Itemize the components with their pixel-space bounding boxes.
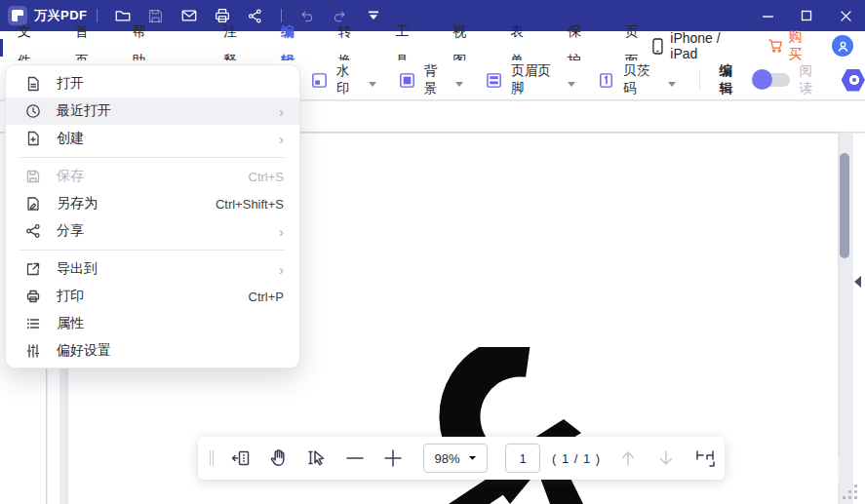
- chevron-down-icon: [468, 455, 477, 461]
- toggle-knob[interactable]: [752, 69, 772, 90]
- faint-watermark: [775, 453, 840, 486]
- menu-item-share[interactable]: 分享 ›: [6, 217, 299, 245]
- background-icon: [398, 71, 416, 90]
- person-icon: [837, 40, 849, 53]
- document-icon: [25, 76, 42, 92]
- hand-tool-icon[interactable]: [268, 447, 290, 469]
- chevron-down-icon[interactable]: [668, 82, 676, 87]
- menu-shortcut: Ctrl+S: [249, 170, 284, 184]
- document-logo-glyph: [419, 347, 644, 504]
- background-label: 背景: [424, 62, 447, 97]
- buy-button[interactable]: 购买: [767, 28, 816, 63]
- hexagon-badge-icon[interactable]: [842, 69, 865, 92]
- mode-switch-group: 编辑 阅读: [719, 62, 823, 97]
- header-footer-button[interactable]: 页眉页脚: [485, 62, 575, 97]
- header-footer-label: 页眉页脚: [511, 62, 558, 97]
- menu-item-open[interactable]: 打开: [6, 70, 299, 97]
- save-disk-icon: [25, 169, 42, 184]
- bates-number-icon: [597, 71, 615, 90]
- next-page-icon[interactable]: [655, 447, 677, 469]
- mail-icon[interactable]: [173, 4, 206, 27]
- resize-grip[interactable]: [841, 483, 860, 502]
- right-panel-strip: [853, 134, 865, 504]
- menu-divider: [20, 157, 286, 158]
- chevron-down-icon[interactable]: [369, 82, 376, 87]
- previous-page-icon[interactable]: [617, 447, 639, 469]
- close-button[interactable]: [826, 0, 865, 31]
- watermark-icon: [310, 71, 329, 90]
- menu-item-label: 另存为: [57, 195, 98, 213]
- menu-item-export[interactable]: 导出到 ›: [6, 255, 299, 283]
- menu-item-save: 保存 Ctrl+S: [6, 163, 299, 190]
- iphone-ipad-label: iPhone / iPad: [670, 30, 750, 61]
- zoom-level-value: 98%: [434, 451, 459, 466]
- export-icon: [25, 261, 42, 277]
- clock-icon: [25, 103, 42, 119]
- cart-icon: [767, 38, 784, 54]
- header-footer-icon: [485, 71, 503, 90]
- read-mode-label: 阅读: [800, 62, 824, 97]
- minimize-button[interactable]: [748, 0, 787, 31]
- menu-item-label: 导出到: [57, 260, 98, 278]
- menu-divider: [20, 250, 286, 251]
- chevron-down-icon[interactable]: [455, 82, 463, 87]
- buy-label: 购买: [789, 28, 816, 63]
- submenu-chevron-icon: ›: [279, 132, 284, 146]
- menu-item-preferences[interactable]: 偏好设置: [6, 337, 299, 365]
- menu-shortcut: Ctrl+P: [249, 290, 284, 304]
- menu-item-label: 保存: [57, 168, 84, 185]
- iphone-ipad-link[interactable]: iPhone / iPad: [651, 30, 750, 61]
- account-avatar[interactable]: [832, 35, 853, 57]
- printer-icon: [25, 289, 42, 304]
- menu-item-label: 偏好设置: [57, 342, 111, 360]
- menu-item-create[interactable]: 创建 ›: [6, 125, 299, 152]
- bates-number-button[interactable]: 贝茨码: [597, 62, 675, 97]
- menu-shortcut: Ctrl+Shift+S: [216, 197, 284, 212]
- phone-icon: [651, 38, 664, 55]
- window-edge-nub: [0, 39, 3, 57]
- bates-number-label: 贝茨码: [623, 62, 657, 97]
- submenu-chevron-icon: ›: [279, 104, 284, 119]
- menu-item-print[interactable]: 打印 Ctrl+P: [6, 283, 299, 310]
- drag-handle[interactable]: [210, 450, 214, 466]
- divider: [699, 69, 700, 91]
- menu-item-recent[interactable]: 最近打开 ›: [6, 97, 299, 125]
- zoom-out-icon[interactable]: [344, 447, 366, 469]
- edit-read-toggle[interactable]: [754, 73, 790, 87]
- menu-item-label: 属性: [57, 315, 84, 332]
- save-as-icon: [25, 196, 42, 212]
- new-document-icon: [25, 131, 42, 146]
- menu-item-label: 创建: [57, 130, 84, 147]
- page-number-input[interactable]: [505, 444, 540, 473]
- submenu-chevron-icon: ›: [279, 262, 284, 277]
- viewer-toolbar: 98% ( 1 / 1 ): [198, 437, 725, 480]
- preferences-icon: [25, 343, 42, 359]
- zoom-in-icon[interactable]: [382, 447, 404, 469]
- toggle-panel-icon[interactable]: [230, 447, 252, 469]
- share-nodes-icon: [25, 223, 42, 239]
- submenu-chevron-icon: ›: [279, 224, 284, 239]
- menu-item-save-as[interactable]: 另存为 Ctrl+Shift+S: [6, 190, 299, 217]
- collapse-right-panel-icon[interactable]: [854, 276, 861, 288]
- menu-item-label: 分享: [57, 222, 84, 240]
- menu-item-label: 打印: [57, 288, 84, 305]
- background-button[interactable]: 背景: [398, 62, 464, 97]
- menu-item-properties[interactable]: 属性: [6, 310, 299, 337]
- watermark-label: 水印: [336, 62, 359, 97]
- select-tool-icon[interactable]: [306, 447, 328, 469]
- titlebar: 万兴PDF: [0, 0, 865, 31]
- menu-item-label: 最近打开: [57, 102, 111, 120]
- maximize-button[interactable]: [787, 0, 826, 31]
- chevron-down-icon[interactable]: [568, 82, 575, 87]
- menubar: 文件 首页 帮助 注释 编辑 转换 工具 视图 表单 保护 页面 iPhone …: [0, 31, 865, 60]
- menu-item-label: 打开: [57, 75, 84, 93]
- vertical-scrollbar[interactable]: [840, 153, 849, 258]
- page-count-label: ( 1 / 1 ): [552, 451, 601, 466]
- watermark-button[interactable]: 水印: [310, 62, 376, 97]
- file-menu-dropdown: 打开 最近打开 › 创建 › 保存 Ctrl+S 另存为 Ctrl+Shift+…: [5, 64, 300, 368]
- zoom-level-select[interactable]: 98%: [423, 444, 488, 473]
- window-controls: [748, 0, 865, 31]
- edit-mode-label: 编辑: [719, 62, 743, 97]
- properties-icon: [25, 316, 42, 331]
- fit-width-icon[interactable]: [693, 446, 717, 470]
